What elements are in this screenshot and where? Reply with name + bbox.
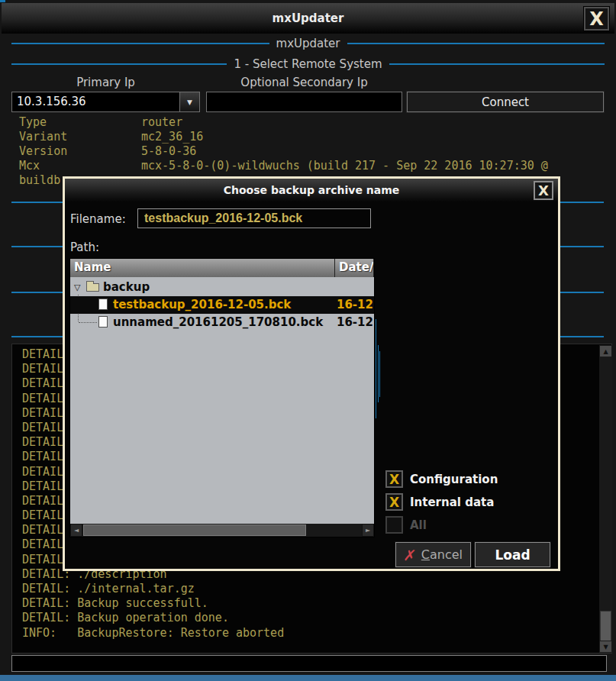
secondary-ip-input[interactable] <box>206 92 402 112</box>
load-button[interactable]: Load <box>475 542 550 567</box>
info-value: mcx-5-8-0-(0)-wildwuchs (build 217 - Sep… <box>141 159 548 173</box>
primary-ip-value: 10.3.156.36 <box>12 92 179 111</box>
status-input[interactable] <box>11 655 607 672</box>
tree-horizontal-scrollbar[interactable]: ◄ ► <box>70 524 374 537</box>
cancel-cross-icon: ✗ <box>402 547 417 563</box>
file-icon <box>98 299 108 310</box>
group-title: mxUpdater <box>276 37 340 50</box>
combobox-dropdown-button[interactable]: ▼ <box>179 92 199 111</box>
checkbox-internal-data[interactable]: X Internal data <box>385 493 494 511</box>
backup-dialog: Choose backup archive name X Filename: P… <box>63 176 560 571</box>
tree-row-label: backup <box>103 280 150 294</box>
scrollbar-thumb[interactable] <box>83 524 306 536</box>
check-mark: X <box>389 472 399 487</box>
info-row: Variantmc2_36_16 <box>19 130 548 144</box>
divider <box>11 43 269 44</box>
tree-row-backup-folder[interactable]: ▽ backup <box>70 279 374 296</box>
info-label: Type <box>19 115 141 130</box>
cancel-button-label: Cancel <box>421 547 463 562</box>
load-button-label: Load <box>495 547 530 563</box>
dialog-titlebar[interactable]: Choose backup archive name <box>65 179 558 202</box>
log-line: DETAIL: Backup operation done. <box>22 611 284 625</box>
group-header-select-remote-system: 1 - Select Remote System <box>11 58 605 70</box>
group-title: 1 - Select Remote System <box>234 57 382 71</box>
artifact-line <box>379 351 380 397</box>
artifact-line <box>378 345 379 402</box>
path-label: Path: <box>70 240 99 254</box>
dialog-close-button[interactable]: X <box>534 181 553 200</box>
check-mark: X <box>389 495 399 510</box>
tree-header[interactable]: Name Date/ <box>70 259 374 277</box>
close-icon: X <box>538 182 549 198</box>
cancel-mnemonic: C <box>421 547 430 562</box>
checkbox-checked-icon[interactable]: X <box>385 493 403 511</box>
info-value: 5-8-0-36 <box>141 144 196 158</box>
filename-label: Filename: <box>70 212 126 226</box>
checkbox-all[interactable]: All <box>385 516 427 534</box>
divider <box>11 63 227 65</box>
scroll-right-button[interactable]: ► <box>362 524 374 537</box>
window-close-button[interactable]: X <box>584 7 609 31</box>
secondary-ip-label: Optional Secondary Ip <box>206 76 402 89</box>
tree-row-label: unnamed_20161205_170810.bck <box>113 315 323 329</box>
tree-row-testbackup[interactable]: testbackup_2016-12-05.bck 16-12 <box>70 296 374 314</box>
log-line: DETAIL: Backup successfull. <box>22 596 284 611</box>
file-tree: Name Date/ ▽ backup testbackup_2016-12-0… <box>69 258 375 537</box>
log-line: INFO: BackupRestore: Restore aborted <box>22 626 284 641</box>
window-title: mxUpdater <box>2 3 614 34</box>
primary-ip-label: Primary Ip <box>11 76 200 89</box>
expander-icon[interactable]: ▽ <box>74 282 80 292</box>
info-row: Mcxmcx-5-8-0-(0)-wildwuchs (build 217 - … <box>19 159 548 173</box>
tree-row-date: 16-12 <box>337 315 373 329</box>
info-row: Typerouter <box>19 115 548 130</box>
connect-button[interactable]: Connect <box>407 92 604 112</box>
folder-icon <box>86 283 99 292</box>
checkbox-label: Configuration <box>410 473 498 486</box>
checkbox-checked-icon[interactable]: X <box>385 470 403 488</box>
column-header-date[interactable]: Date/ <box>335 259 374 277</box>
tree-row-date: 16-12 <box>337 298 373 311</box>
desktop-background-strip <box>0 675 616 681</box>
arrow-right-icon: ► <box>366 527 370 534</box>
checkbox-configuration[interactable]: X Configuration <box>385 470 498 488</box>
scroll-up-button[interactable]: ▲ <box>599 345 612 357</box>
chevron-down-icon: ▼ <box>187 98 192 106</box>
checkbox-label: All <box>410 518 427 532</box>
arrow-up-icon: ▲ <box>603 348 608 355</box>
info-label: Version <box>19 144 141 159</box>
desktop-corner-artifact <box>0 0 5 2</box>
cancel-label-rest: ancel <box>430 547 463 562</box>
info-value: router <box>141 115 182 129</box>
primary-ip-combobox[interactable]: 10.3.156.36 ▼ <box>11 92 200 112</box>
dialog-title: Choose backup archive name <box>65 179 558 202</box>
close-icon: X <box>589 10 604 28</box>
filename-input[interactable] <box>137 208 371 228</box>
checkbox-label: Internal data <box>410 495 494 509</box>
divider <box>347 43 605 44</box>
arrow-left-icon: ◄ <box>74 527 79 534</box>
checkbox-unchecked-icon[interactable] <box>385 516 403 534</box>
scroll-down-button[interactable]: ▼ <box>599 641 612 653</box>
group-header-mxupdater: mxUpdater <box>11 37 605 50</box>
tree-body: ▽ backup testbackup_2016-12-05.bck 16-12… <box>70 277 374 524</box>
connect-button-label: Connect <box>482 95 529 109</box>
artifact-line <box>376 319 376 418</box>
info-row: Version5-8-0-36 <box>19 144 548 159</box>
scroll-left-button[interactable]: ◄ <box>70 524 82 537</box>
info-value: mc2_36_16 <box>141 130 203 144</box>
tree-row-unnamed[interactable]: unnamed_20161205_170810.bck 16-12 <box>70 314 374 331</box>
tree-row-label: testbackup_2016-12-05.bck <box>113 298 291 311</box>
log-scrollbar[interactable]: ▲ ▼ <box>599 345 612 653</box>
cancel-button[interactable]: ✗ Cancel <box>395 542 471 567</box>
desktop: mxUpdater X mxUpdater 1 - Select Remote … <box>0 0 616 681</box>
log-line: DETAIL: ./internal.tar.gz <box>22 582 284 596</box>
column-header-name[interactable]: Name <box>70 259 335 277</box>
file-icon <box>98 316 108 328</box>
info-label: Mcx <box>19 159 141 173</box>
window-titlebar[interactable]: mxUpdater <box>2 3 614 34</box>
divider <box>389 63 605 65</box>
info-label: Variant <box>19 130 141 144</box>
arrow-down-icon: ▼ <box>603 644 608 650</box>
